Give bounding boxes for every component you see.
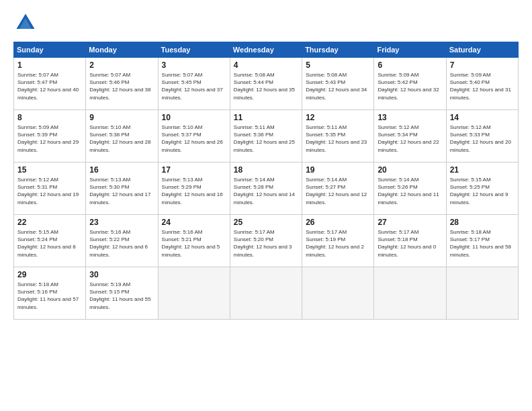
day-info: Sunrise: 5:14 AM Sunset: 5:27 PM Dayligh… (306, 176, 370, 206)
calendar-cell: 25 Sunrise: 5:17 AM Sunset: 5:20 PM Dayl… (230, 215, 302, 267)
calendar-header-thursday: Thursday (302, 42, 374, 58)
calendar-cell: 22 Sunrise: 5:15 AM Sunset: 5:24 PM Dayl… (14, 215, 86, 267)
calendar-cell: 8 Sunrise: 5:09 AM Sunset: 5:39 PM Dayli… (14, 110, 86, 163)
calendar-header-monday: Monday (86, 42, 158, 58)
calendar-cell: 29 Sunrise: 5:18 AM Sunset: 5:16 PM Dayl… (14, 267, 86, 320)
day-info: Sunrise: 5:07 AM Sunset: 5:47 PM Dayligh… (17, 71, 82, 101)
calendar-cell (302, 267, 374, 320)
calendar-cell (374, 267, 446, 320)
calendar-cell: 1 Sunrise: 5:07 AM Sunset: 5:47 PM Dayli… (14, 58, 86, 110)
day-number: 29 (17, 270, 82, 279)
day-info: Sunrise: 5:09 AM Sunset: 5:39 PM Dayligh… (17, 124, 82, 154)
calendar-cell: 27 Sunrise: 5:17 AM Sunset: 5:18 PM Dayl… (374, 215, 446, 267)
day-number: 3 (162, 60, 226, 70)
day-info: Sunrise: 5:14 AM Sunset: 5:26 PM Dayligh… (378, 176, 442, 206)
day-number: 11 (234, 113, 298, 122)
day-info: Sunrise: 5:07 AM Sunset: 5:45 PM Dayligh… (162, 71, 226, 101)
day-info: Sunrise: 5:17 AM Sunset: 5:19 PM Dayligh… (306, 228, 370, 259)
calendar-cell: 28 Sunrise: 5:18 AM Sunset: 5:17 PM Dayl… (446, 215, 518, 267)
day-info: Sunrise: 5:18 AM Sunset: 5:17 PM Dayligh… (450, 228, 515, 259)
calendar-cell: 24 Sunrise: 5:16 AM Sunset: 5:21 PM Dayl… (158, 215, 230, 267)
calendar-cell: 30 Sunrise: 5:19 AM Sunset: 5:15 PM Dayl… (86, 267, 158, 320)
day-number: 30 (89, 270, 154, 279)
calendar-cell: 6 Sunrise: 5:09 AM Sunset: 5:42 PM Dayli… (374, 58, 446, 110)
day-info: Sunrise: 5:15 AM Sunset: 5:24 PM Dayligh… (17, 228, 82, 259)
day-info: Sunrise: 5:10 AM Sunset: 5:37 PM Dayligh… (162, 124, 226, 154)
day-number: 16 (89, 165, 154, 175)
day-number: 28 (450, 218, 515, 227)
day-number: 27 (378, 218, 442, 227)
day-number: 23 (89, 218, 154, 227)
day-number: 9 (89, 113, 154, 122)
calendar-header-wednesday: Wednesday (230, 42, 302, 58)
day-number: 5 (306, 60, 370, 70)
day-number: 15 (17, 165, 82, 175)
day-number: 26 (306, 218, 370, 227)
calendar-cell: 19 Sunrise: 5:14 AM Sunset: 5:27 PM Dayl… (302, 163, 374, 215)
day-info: Sunrise: 5:09 AM Sunset: 5:40 PM Dayligh… (450, 71, 515, 101)
day-info: Sunrise: 5:16 AM Sunset: 5:21 PM Dayligh… (162, 228, 226, 259)
calendar-cell: 17 Sunrise: 5:13 AM Sunset: 5:29 PM Dayl… (158, 163, 230, 215)
day-number: 20 (378, 165, 442, 175)
calendar-header-tuesday: Tuesday (158, 42, 230, 58)
logo (13, 11, 40, 35)
day-number: 7 (450, 60, 515, 70)
calendar-header-sunday: Sunday (14, 42, 86, 58)
calendar-cell: 21 Sunrise: 5:15 AM Sunset: 5:25 PM Dayl… (446, 163, 518, 215)
day-number: 8 (17, 113, 82, 122)
header (13, 11, 519, 35)
day-info: Sunrise: 5:18 AM Sunset: 5:16 PM Dayligh… (17, 281, 82, 311)
calendar-cell: 15 Sunrise: 5:12 AM Sunset: 5:31 PM Dayl… (14, 163, 86, 215)
logo-icon (13, 11, 38, 35)
calendar-cell: 16 Sunrise: 5:13 AM Sunset: 5:30 PM Dayl… (86, 163, 158, 215)
day-info: Sunrise: 5:07 AM Sunset: 5:46 PM Dayligh… (89, 71, 154, 101)
day-info: Sunrise: 5:13 AM Sunset: 5:29 PM Dayligh… (162, 176, 226, 206)
calendar-cell: 3 Sunrise: 5:07 AM Sunset: 5:45 PM Dayli… (158, 58, 230, 110)
day-info: Sunrise: 5:11 AM Sunset: 5:36 PM Dayligh… (234, 124, 298, 154)
day-info: Sunrise: 5:19 AM Sunset: 5:15 PM Dayligh… (89, 281, 154, 311)
day-number: 13 (378, 113, 442, 122)
day-info: Sunrise: 5:08 AM Sunset: 5:43 PM Dayligh… (306, 71, 370, 101)
calendar-cell: 13 Sunrise: 5:12 AM Sunset: 5:34 PM Dayl… (374, 110, 446, 163)
calendar-table: SundayMondayTuesdayWednesdayThursdayFrid… (13, 42, 519, 320)
calendar-header-row: SundayMondayTuesdayWednesdayThursdayFrid… (14, 42, 519, 58)
day-number: 24 (162, 218, 226, 227)
calendar-header-saturday: Saturday (446, 42, 518, 58)
calendar-cell: 5 Sunrise: 5:08 AM Sunset: 5:43 PM Dayli… (302, 58, 374, 110)
day-info: Sunrise: 5:15 AM Sunset: 5:25 PM Dayligh… (450, 176, 515, 206)
day-info: Sunrise: 5:09 AM Sunset: 5:42 PM Dayligh… (378, 71, 442, 101)
day-info: Sunrise: 5:08 AM Sunset: 5:44 PM Dayligh… (234, 71, 298, 101)
calendar-cell: 9 Sunrise: 5:10 AM Sunset: 5:38 PM Dayli… (86, 110, 158, 163)
day-number: 14 (450, 113, 515, 122)
calendar-cell (230, 267, 302, 320)
calendar-cell: 12 Sunrise: 5:11 AM Sunset: 5:35 PM Dayl… (302, 110, 374, 163)
calendar-week-4: 22 Sunrise: 5:15 AM Sunset: 5:24 PM Dayl… (14, 215, 519, 267)
day-number: 18 (234, 165, 298, 175)
day-number: 12 (306, 113, 370, 122)
day-number: 22 (17, 218, 82, 227)
calendar-header-friday: Friday (374, 42, 446, 58)
day-info: Sunrise: 5:16 AM Sunset: 5:22 PM Dayligh… (89, 228, 154, 259)
day-info: Sunrise: 5:14 AM Sunset: 5:28 PM Dayligh… (234, 176, 298, 206)
page: SundayMondayTuesdayWednesdayThursdayFrid… (0, 0, 532, 411)
day-number: 10 (162, 113, 226, 122)
calendar-week-2: 8 Sunrise: 5:09 AM Sunset: 5:39 PM Dayli… (14, 110, 519, 163)
day-info: Sunrise: 5:11 AM Sunset: 5:35 PM Dayligh… (306, 124, 370, 154)
day-number: 19 (306, 165, 370, 175)
calendar-cell (446, 267, 518, 320)
calendar-cell: 18 Sunrise: 5:14 AM Sunset: 5:28 PM Dayl… (230, 163, 302, 215)
day-info: Sunrise: 5:12 AM Sunset: 5:31 PM Dayligh… (17, 176, 82, 206)
day-info: Sunrise: 5:12 AM Sunset: 5:33 PM Dayligh… (450, 124, 515, 154)
calendar-cell: 14 Sunrise: 5:12 AM Sunset: 5:33 PM Dayl… (446, 110, 518, 163)
day-number: 1 (17, 60, 82, 70)
day-info: Sunrise: 5:13 AM Sunset: 5:30 PM Dayligh… (89, 176, 154, 206)
calendar-cell: 10 Sunrise: 5:10 AM Sunset: 5:37 PM Dayl… (158, 110, 230, 163)
day-number: 17 (162, 165, 226, 175)
calendar-cell: 4 Sunrise: 5:08 AM Sunset: 5:44 PM Dayli… (230, 58, 302, 110)
day-info: Sunrise: 5:17 AM Sunset: 5:20 PM Dayligh… (234, 228, 298, 259)
calendar-week-5: 29 Sunrise: 5:18 AM Sunset: 5:16 PM Dayl… (14, 267, 519, 320)
day-number: 25 (234, 218, 298, 227)
calendar-week-3: 15 Sunrise: 5:12 AM Sunset: 5:31 PM Dayl… (14, 163, 519, 215)
calendar-cell: 11 Sunrise: 5:11 AM Sunset: 5:36 PM Dayl… (230, 110, 302, 163)
day-number: 6 (378, 60, 442, 70)
